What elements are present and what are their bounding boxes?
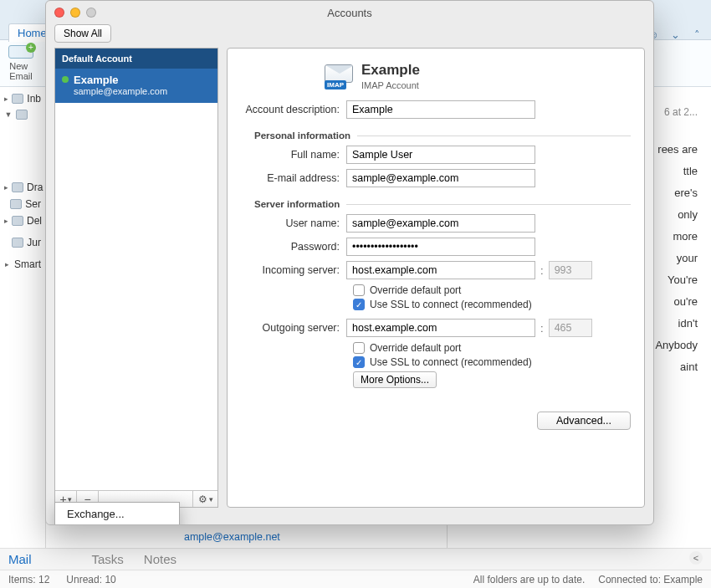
gear-icon: ⚙︎ [198, 493, 207, 505]
fullname-field[interactable] [346, 146, 535, 164]
inbox-icon [12, 94, 23, 104]
accounts-list-header: Default Account [55, 49, 217, 69]
section-personal: Personal information [254, 130, 350, 141]
ribbon-right-controls: ☺ ⌄ ˄ [646, 27, 704, 42]
new-email-icon [8, 45, 33, 59]
window-title: Accounts [46, 7, 653, 19]
add-menu-item[interactable]: Outlook.com... [55, 523, 179, 525]
port-separator: : [540, 264, 544, 277]
chevron-down-icon: ▾ [209, 495, 213, 504]
account-title: Example [361, 62, 420, 79]
sidebar-expand: ▼ [2, 107, 43, 122]
drafts-icon [12, 182, 23, 192]
sidebar-item: ▸Del [2, 212, 43, 229]
status-sync: All folders are up to date. [473, 574, 585, 585]
status-unread: Unread: 10 [66, 574, 115, 585]
label-outgoing-override: Override default port [370, 342, 461, 354]
section-server: Server information [254, 199, 340, 209]
advanced-button[interactable]: Advanced... [537, 412, 631, 430]
label-email: E-mail address: [241, 172, 346, 184]
label-outgoing-ssl: Use SSL to connect (recommended) [370, 356, 532, 368]
status-bar: Items: 12 Unread: 10 All folders are up … [0, 570, 711, 588]
account-name: Example [74, 74, 209, 86]
accounts-window: Accounts Show All Default Account Exampl… [45, 0, 654, 525]
accounts-list: Default Account Example sample@example.c… [54, 48, 218, 508]
outlook-nav-tabs: Mail Tasks Notes [0, 548, 711, 570]
outgoing-server-field[interactable] [346, 319, 535, 337]
sidebar-item: ▸Inb [2, 90, 43, 107]
add-account-menu: Exchange...Outlook.com...Other Email...D… [54, 502, 180, 525]
collapse-ribbon-icon[interactable]: ˄ [689, 27, 704, 42]
nav-tab-mail[interactable]: Mail [8, 552, 32, 566]
label-description: Account description: [241, 104, 346, 115]
label-incoming: Incoming server: [241, 264, 346, 276]
label-outgoing: Outgoing server: [241, 322, 346, 334]
label-incoming-ssl: Use SSL to connect (recommended) [370, 299, 532, 310]
description-field[interactable] [346, 100, 535, 119]
add-menu-item[interactable]: Exchange... [55, 505, 179, 523]
password-field[interactable] [346, 238, 535, 256]
account-subtitle: IMAP Account [361, 80, 420, 90]
sidebar-item: ▸Smart [2, 256, 43, 273]
account-email: sample@example.com [74, 86, 209, 96]
outgoing-override-checkbox[interactable] [353, 342, 365, 354]
port-separator: : [540, 322, 544, 335]
incoming-ssl-checkbox[interactable]: ✓ [353, 299, 365, 310]
help-chevron-icon[interactable]: ⌄ [668, 27, 683, 42]
email-field[interactable] [346, 169, 535, 187]
nav-tab-tasks[interactable]: Tasks [92, 552, 124, 566]
deleted-icon [12, 216, 23, 226]
nav-tab-notes[interactable]: Notes [144, 552, 176, 566]
imap-badge: IMAP [325, 80, 346, 89]
label-incoming-override: Override default port [370, 284, 461, 296]
show-all-button[interactable]: Show All [54, 24, 111, 43]
stray-email-link[interactable]: ample@example.net [184, 531, 280, 543]
status-dot-icon [62, 76, 69, 83]
accounts-settings-button[interactable]: ⚙︎▾ [192, 491, 217, 507]
account-type-icon: IMAP [325, 64, 353, 88]
status-connection: Connected to: Example [598, 574, 703, 585]
outgoing-port-field[interactable] [549, 319, 592, 337]
new-email-button[interactable]: NewEmail [8, 45, 33, 81]
scroll-left-icon[interactable]: < [689, 551, 703, 565]
sent-icon [10, 199, 22, 209]
sidebar-item: Ser [2, 196, 43, 212]
label-username: User name: [241, 217, 346, 229]
outgoing-ssl-checkbox[interactable]: ✓ [353, 356, 365, 368]
incoming-override-checkbox[interactable] [353, 284, 365, 296]
incoming-port-field[interactable] [549, 261, 592, 279]
sidebar-item: Jur [2, 234, 43, 251]
label-password: Password: [241, 241, 346, 253]
status-items: Items: 12 [8, 574, 49, 585]
folder-sidebar[interactable]: ▸Inb ▼ ▸Dra Ser ▸Del Jur ▸Smart [0, 87, 46, 570]
sidebar-item: ▸Dra [2, 179, 43, 196]
incoming-server-field[interactable] [346, 261, 535, 279]
username-field[interactable] [346, 214, 535, 233]
label-fullname: Full name: [241, 149, 346, 161]
account-form: IMAP Example IMAP Account Account descri… [227, 48, 645, 508]
account-row-selected[interactable]: Example sample@example.com [55, 69, 217, 103]
more-options-button[interactable]: More Options... [353, 371, 437, 388]
junk-icon [12, 238, 23, 248]
account-icon [16, 110, 28, 120]
